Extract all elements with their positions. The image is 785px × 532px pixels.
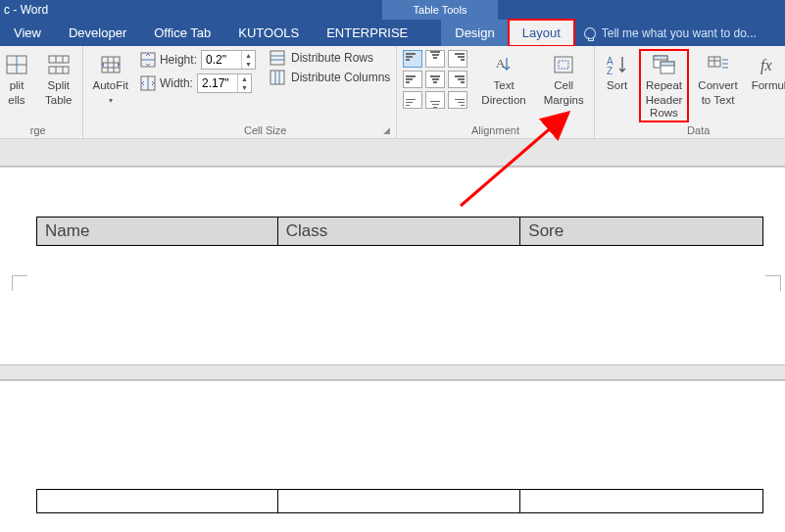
convert-to-text-button[interactable]: Convert to Text — [694, 50, 741, 109]
ribbon: plit ells Split Table rge AutoFit ▾ — [0, 46, 785, 139]
table-row[interactable] — [37, 490, 763, 513]
align-tr[interactable] — [448, 50, 467, 68]
width-up[interactable]: ▲ — [238, 74, 251, 83]
distribute-rows-button[interactable]: Distribute Rows — [270, 50, 390, 66]
svg-text:fx: fx — [760, 57, 772, 74]
autofit-icon — [98, 52, 123, 77]
document-table-continued[interactable] — [36, 489, 763, 513]
svg-rect-26 — [559, 61, 568, 69]
page-crop-mark — [765, 275, 781, 291]
svg-rect-9 — [102, 57, 120, 73]
tab-kutools[interactable]: KUTOOLS — [224, 20, 313, 46]
col-width-icon — [140, 75, 156, 91]
svg-rect-30 — [654, 56, 667, 60]
tab-design[interactable]: Design — [441, 20, 508, 46]
group-alignment-label: Alignment — [403, 123, 587, 136]
page-1: Name Class Sore — [0, 167, 785, 392]
table-header-row[interactable]: Name Class Sore — [37, 218, 763, 246]
ribbon-tabs: View Developer Office Tab KUTOOLS ENTERP… — [0, 20, 785, 46]
svg-rect-3 — [49, 56, 69, 63]
align-tl[interactable] — [403, 50, 422, 68]
width-down[interactable]: ▼ — [238, 83, 251, 92]
repeat-label-1: Repeat — [646, 79, 682, 92]
align-mc[interactable] — [425, 71, 445, 88]
split-table-icon — [46, 52, 72, 77]
cell-margins-icon — [551, 52, 576, 77]
repeat-header-rows-button[interactable]: Repeat Header Rows — [640, 50, 689, 121]
tell-me-placeholder: Tell me what you want to do... — [602, 26, 757, 40]
cell-margins-button[interactable]: Cell Margins — [540, 50, 588, 109]
autofit-label: AutoFit — [93, 79, 128, 92]
table-header-cell[interactable]: Name — [37, 218, 278, 246]
tab-enterprise[interactable]: ENTERPRISE — [313, 20, 421, 46]
cell-size-dialog-launcher[interactable]: ◢ — [383, 125, 390, 135]
formula-button[interactable]: fx Formula — [748, 50, 785, 109]
formula-label: Formula — [752, 79, 785, 92]
height-up[interactable]: ▲ — [242, 51, 255, 60]
group-merge-label: rge — [0, 123, 76, 136]
text-dir-label-2: Direction — [481, 94, 525, 107]
text-dir-label-1: Text — [493, 79, 514, 92]
tab-developer[interactable]: Developer — [55, 20, 140, 46]
lightbulb-icon — [584, 27, 596, 39]
svg-rect-25 — [555, 57, 572, 73]
tell-me-search[interactable]: Tell me what you want to do... — [574, 20, 757, 46]
split-cells-label-1: plit — [10, 79, 25, 92]
height-label: Height: — [160, 53, 197, 67]
height-input[interactable] — [202, 51, 241, 69]
tab-view[interactable]: View — [0, 20, 55, 46]
contextual-tab-title: Table Tools — [382, 0, 498, 20]
svg-text:A: A — [496, 56, 506, 71]
col-width-control: Width: ▲▼ — [140, 73, 256, 93]
height-spinner[interactable]: ▲▼ — [201, 50, 256, 70]
repeat-label-2: Header Rows — [646, 94, 683, 120]
titlebar: c - Word Table Tools — [0, 0, 785, 20]
width-input[interactable] — [198, 74, 237, 92]
align-bl[interactable] — [403, 91, 422, 109]
autofit-button[interactable]: AutoFit ▾ — [89, 50, 132, 109]
width-label: Width: — [160, 76, 193, 90]
split-table-button[interactable]: Split Table — [41, 50, 76, 109]
split-cells-icon — [4, 52, 29, 77]
convert-label-1: Convert — [698, 79, 737, 92]
page-gap-top — [0, 139, 785, 167]
svg-rect-18 — [270, 51, 284, 65]
document-workspace[interactable]: Name Class Sore — [0, 139, 785, 531]
svg-rect-32 — [661, 62, 674, 66]
formula-icon: fx — [760, 52, 785, 77]
tab-office-tab[interactable]: Office Tab — [140, 20, 224, 46]
convert-to-text-icon — [706, 52, 731, 77]
width-spinner[interactable]: ▲▼ — [197, 73, 252, 93]
split-cells-button[interactable]: plit ells — [0, 50, 33, 109]
align-mr[interactable] — [448, 71, 467, 88]
group-data-label: Data — [601, 123, 785, 136]
align-bc[interactable] — [425, 91, 445, 109]
group-alignment: A Text Direction Cell Margins Alignment — [397, 46, 594, 138]
group-data: AZ Sort Repeat Header Rows Convert to Te… — [595, 46, 785, 138]
align-tc[interactable] — [425, 50, 445, 68]
group-merge: plit ells Split Table rge — [0, 46, 83, 138]
row-height-icon — [140, 52, 156, 68]
cell-margins-label-1: Cell — [554, 79, 573, 92]
repeat-header-rows-icon — [652, 52, 677, 77]
distribute-cols-label: Distribute Columns — [291, 71, 390, 84]
align-ml[interactable] — [403, 71, 422, 88]
document-table[interactable]: Name Class Sore — [36, 217, 763, 246]
sort-icon: AZ — [605, 52, 630, 77]
split-cells-label-2: ells — [8, 94, 25, 107]
height-down[interactable]: ▼ — [242, 60, 255, 69]
distribute-rows-icon — [270, 50, 285, 66]
align-br[interactable] — [448, 91, 467, 109]
svg-text:Z: Z — [607, 66, 613, 75]
alignment-grid — [403, 50, 467, 109]
group-cell-size: Height: ▲▼ Width: ▲▼ — [134, 46, 397, 138]
table-header-cell[interactable]: Class — [277, 218, 520, 246]
tab-layout[interactable]: Layout — [509, 20, 574, 46]
text-direction-icon: A — [491, 52, 516, 77]
svg-rect-21 — [270, 71, 284, 84]
table-header-cell[interactable]: Sore — [520, 218, 763, 246]
distribute-cols-button[interactable]: Distribute Columns — [270, 70, 390, 85]
text-direction-button[interactable]: A Text Direction — [477, 50, 529, 109]
split-table-label-2: Table — [45, 94, 73, 107]
sort-button[interactable]: AZ Sort — [601, 50, 634, 109]
